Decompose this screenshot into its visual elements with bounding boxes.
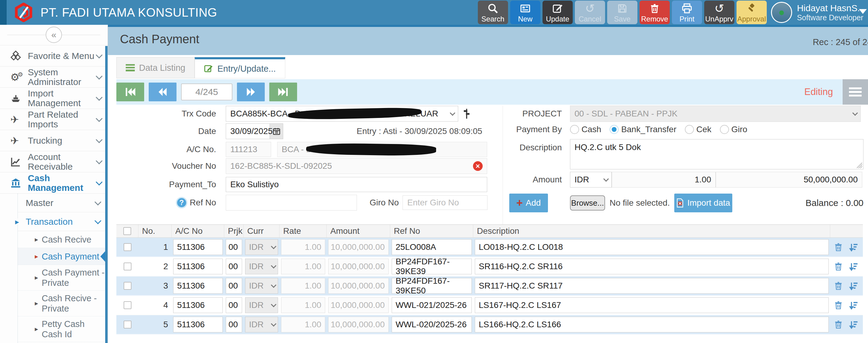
project-select[interactable]: 00 - SDL - PABEAN - PPJK — [570, 106, 861, 122]
approval-button[interactable]: Approval — [737, 1, 767, 24]
browse-button[interactable]: Browse... — [570, 195, 605, 210]
radio-giro[interactable]: Giro — [720, 124, 747, 134]
delete-row-icon[interactable] — [834, 320, 843, 330]
remove-button[interactable]: Remove — [640, 1, 670, 24]
radio-cash[interactable]: Cash — [570, 124, 601, 134]
description-cell-input[interactable]: LS167-HQ.2.C LS167 — [475, 297, 829, 313]
description-cell-input[interactable]: LO018-HQ.2.C LO018 — [475, 239, 829, 255]
next-record-button[interactable] — [237, 83, 265, 101]
sidebar-collapse-button[interactable]: « — [45, 27, 62, 43]
prjk-cell-input[interactable]: 00 — [226, 317, 242, 333]
radio-cek[interactable]: Cek — [685, 124, 711, 134]
rate-cell-input[interactable]: 1.00 — [281, 278, 325, 294]
unapprove-button[interactable]: ↺ UnApprv — [704, 1, 735, 24]
date-input[interactable]: 30/09/2025 — [226, 123, 270, 139]
curr-cell-select[interactable]: IDR — [245, 278, 278, 294]
description-textarea[interactable]: HQ.2.C utk 5 Dok — [570, 139, 864, 169]
curr-cell-select[interactable]: IDR — [245, 239, 278, 255]
ref-no-input[interactable] — [226, 195, 357, 210]
row-checkbox[interactable] — [124, 321, 131, 328]
amount-cell-input[interactable]: 10,000,000.00 — [328, 259, 389, 274]
giro-no-input[interactable]: Enter Giro No — [403, 195, 488, 210]
currency-select[interactable]: IDR — [570, 172, 612, 188]
last-record-button[interactable] — [269, 83, 297, 101]
sidebar-item-favorite-menu[interactable]: Favorite & Menu — [0, 46, 107, 66]
ac-no-cell-input[interactable]: 511306 — [173, 297, 223, 313]
sidebar-scrollbar[interactable] — [105, 46, 107, 343]
ac-no-cell-input[interactable]: 511306 — [173, 317, 223, 333]
sidebar-leaf-cash-payment-private[interactable]: ▸ Cash Payment - Private — [18, 265, 107, 291]
ref-no-cell-input[interactable]: 25LO008A — [392, 239, 472, 255]
tab-entry-update[interactable]: Entry/Update... — [195, 57, 285, 78]
sidebar-leaf-cash-recive[interactable]: ▸ Cash Recive — [18, 231, 107, 248]
first-record-button[interactable] — [116, 83, 144, 101]
sort-amount-icon[interactable] — [849, 301, 858, 310]
description-cell-input[interactable]: LS166-HQ.2.C LS166 — [475, 317, 829, 333]
prjk-cell-input[interactable]: 00 — [226, 239, 242, 255]
ref-no-cell-input[interactable]: BP24FDF167-39KE50 — [392, 278, 472, 294]
previous-record-button[interactable] — [149, 83, 177, 101]
description-cell-input[interactable]: SR117-HQ.2.C SR117 — [475, 278, 829, 294]
sidebar-item-account-receivable[interactable]: Account Receivable — [0, 151, 107, 172]
ac-no-cell-input[interactable]: 511306 — [173, 278, 223, 294]
import-data-button[interactable]: Import data — [674, 194, 732, 212]
sidebar-item-part-related-imports[interactable]: ✈ Part Related Imports — [0, 109, 107, 130]
ac-no-code-input[interactable]: 111213 — [226, 142, 271, 157]
row-checkbox[interactable] — [124, 301, 131, 309]
prjk-cell-input[interactable]: 00 — [226, 259, 242, 274]
trx-code-select[interactable]: BCA885K-BCA - Dana Titipan - 0084133376 … — [226, 106, 458, 122]
sidebar-leaf-cash-recive-private[interactable]: ▸ Cash Recive - Private — [18, 291, 107, 316]
rate-cell-input[interactable]: 1.00 — [281, 239, 325, 255]
cancel-button[interactable]: ↺ Cancel — [575, 1, 605, 24]
sort-amount-icon[interactable] — [849, 242, 858, 252]
amount-cell-input[interactable]: 10,000,000.00 — [328, 239, 389, 255]
ref-no-cell-input[interactable]: WWL-021/2025-26 — [392, 297, 472, 313]
print-button[interactable]: Print — [672, 1, 702, 24]
rate-cell-input[interactable]: 1.00 — [281, 297, 325, 313]
sidebar-group-transaction[interactable]: ▸ Transaction — [18, 212, 107, 231]
delete-row-icon[interactable] — [834, 301, 843, 310]
sidebar-item-system-administrator[interactable]: ⚙⚙ System Administrator — [0, 66, 107, 88]
delete-row-icon[interactable] — [834, 281, 843, 291]
sidebar-item-trucking[interactable]: ✈ Trucking — [0, 130, 107, 151]
tab-data-listing[interactable]: Data Listing — [116, 57, 195, 78]
voucher-no-input[interactable]: 162-BC885-K-SDL-092025 ✕ — [226, 158, 487, 174]
amount-cell-input[interactable]: 10,000,000.00 — [328, 278, 389, 294]
select-all-checkbox[interactable] — [123, 227, 131, 235]
record-position-input[interactable]: 4/245 — [181, 84, 232, 101]
row-checkbox[interactable] — [124, 262, 131, 270]
sidebar-item-import-management[interactable]: Import Management — [0, 88, 107, 109]
rate-cell-input[interactable]: 1.00 — [281, 259, 325, 274]
add-row-button[interactable]: + Add — [509, 194, 548, 212]
prjk-cell-input[interactable]: 00 — [226, 297, 242, 313]
description-cell-input[interactable]: SR116-HQ.2.C SR116 — [475, 259, 829, 274]
ref-no-cell-input[interactable]: BP24FDF167-39KE39 — [392, 259, 472, 274]
help-icon[interactable]: ? — [176, 197, 187, 208]
amount-input[interactable]: 50,000,000.00 — [716, 172, 862, 188]
sidebar-group-master[interactable]: Master — [18, 194, 107, 212]
ac-no-cell-input[interactable]: 511306 — [173, 239, 223, 255]
ac-no-cell-input[interactable]: 511306 — [173, 259, 223, 274]
signpost-icon[interactable] — [462, 108, 471, 119]
curr-cell-select[interactable]: IDR — [245, 297, 278, 313]
update-button[interactable]: Update — [542, 1, 573, 24]
ac-no-name-input[interactable]: BCA - Dana Titipan - 0084133376 — [277, 142, 487, 157]
sidebar-leaf-petty-cash-cash-id[interactable]: ▸ Petty Cash Cash Id — [18, 316, 107, 342]
radio-bank-transfer[interactable]: Bank_Transfer — [610, 124, 676, 134]
save-button[interactable]: Save — [607, 1, 638, 24]
sidebar-leaf-cash-payment[interactable]: ▸ Cash Payment — [18, 248, 107, 265]
delete-row-icon[interactable] — [834, 262, 843, 271]
rate-input[interactable]: 1.00 — [612, 172, 716, 188]
sidebar-item-cash-management[interactable]: Cash Management — [0, 172, 107, 194]
user-menu[interactable]: Hidayat HasnS... Software Developer — [771, 2, 865, 23]
row-checkbox[interactable] — [124, 282, 131, 290]
curr-cell-select[interactable]: IDR — [245, 259, 278, 274]
amount-cell-input[interactable]: 10,000,000.00 — [328, 317, 389, 333]
curr-cell-select[interactable]: IDR — [245, 317, 278, 333]
delete-row-icon[interactable] — [834, 242, 843, 252]
ref-no-cell-input[interactable]: WWL-020/2025-26 — [392, 317, 472, 333]
payment-to-input[interactable]: Eko Sulistiyo — [226, 177, 487, 192]
grid-menu-button[interactable] — [843, 79, 868, 105]
new-button[interactable]: New — [510, 1, 540, 24]
sort-amount-icon[interactable] — [849, 320, 858, 330]
